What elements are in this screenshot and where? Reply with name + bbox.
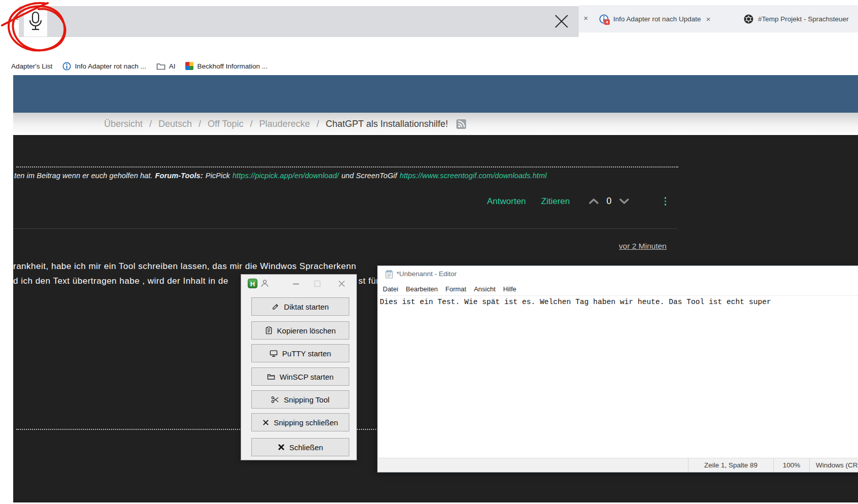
signature-text: ten im Beitrag wenn er euch geholfen hat… bbox=[14, 172, 153, 180]
maximize-icon[interactable] bbox=[313, 280, 321, 288]
microphone-button[interactable] bbox=[24, 7, 47, 37]
breadcrumb-separator: / bbox=[149, 119, 152, 129]
upvote-icon[interactable] bbox=[589, 198, 599, 204]
bookmarks-bar: Adapter's List Info Adapter rot nach ...… bbox=[11, 57, 268, 75]
rss-icon[interactable] bbox=[456, 119, 466, 129]
browser-tab-strip: × 4 Info Adapter rot nach Update × bbox=[579, 5, 858, 32]
dictation-overlay-bar bbox=[19, 6, 579, 37]
post-text-line2: d ich den Text übertragen habe , wird de… bbox=[13, 276, 228, 286]
notepad-editor[interactable]: Dies ist ein Test. Wie spät ist es. Welc… bbox=[378, 296, 858, 458]
diktat-starten-button[interactable]: Diktat starten bbox=[251, 297, 349, 316]
menu-datei[interactable]: Datei bbox=[383, 285, 398, 293]
signature-tools-label: Forum-Tools: bbox=[155, 172, 203, 180]
notepad-menubar: Datei Bearbeiten Format Ansicht Hilfe bbox=[378, 283, 858, 296]
snipping-schliessen-button[interactable]: Snipping schließen bbox=[251, 413, 349, 431]
menu-format[interactable]: Format bbox=[445, 285, 466, 293]
post-divider bbox=[13, 228, 677, 229]
quote-link[interactable]: Zitieren bbox=[541, 196, 570, 207]
minimize-icon[interactable] bbox=[292, 280, 300, 288]
notepad-icon bbox=[385, 270, 393, 279]
folder-icon bbox=[267, 373, 275, 380]
screentogif-link[interactable]: https://www.screentogif.com/downloads.ht… bbox=[400, 172, 547, 180]
kopieren-loeschen-button[interactable]: Kopieren löschen bbox=[251, 321, 349, 340]
tab-title: Info Adapter rot nach Update bbox=[613, 15, 701, 23]
notepad-window-title: *Unbenannt - Editor bbox=[397, 270, 457, 278]
post-timestamp-link[interactable]: vor 2 Minuten bbox=[619, 242, 667, 251]
post-text-line1: rankheit, habe ich mir ein Tool schreibe… bbox=[13, 261, 356, 272]
bookmark-folder-ai[interactable]: AI bbox=[156, 62, 176, 70]
hidden-tab-close-icon[interactable]: × bbox=[582, 14, 590, 22]
tab-close-icon[interactable]: × bbox=[706, 15, 711, 23]
bookmark-label: Adapter's List bbox=[11, 62, 52, 70]
menu-ansicht[interactable]: Ansicht bbox=[474, 285, 496, 293]
button-label: Schließen bbox=[289, 443, 323, 452]
breadcrumb-link-uebersicht[interactable]: Übersicht bbox=[104, 119, 143, 129]
post-options-icon[interactable] bbox=[665, 197, 667, 206]
signature-separator bbox=[16, 166, 678, 167]
breadcrumb-link-plauderecke[interactable]: Plauderecke bbox=[259, 119, 310, 129]
breadcrumb: Übersicht / Deutsch / Off Topic / Plaude… bbox=[104, 113, 466, 135]
close-icon[interactable] bbox=[553, 13, 570, 29]
putty-starten-button[interactable]: PuTTY starten bbox=[251, 344, 349, 362]
x-bold-icon bbox=[278, 444, 285, 451]
status-spacer bbox=[378, 458, 688, 472]
winscp-starten-button[interactable]: WinSCP starten bbox=[251, 367, 349, 386]
clipboard-icon bbox=[265, 326, 273, 334]
microphone-icon bbox=[28, 11, 43, 32]
status-cursor-position: Zeile 1, Spalte 89 bbox=[688, 458, 773, 472]
button-label: Snipping Tool bbox=[284, 395, 329, 404]
tool-window-titlebar[interactable]: H bbox=[241, 275, 356, 293]
button-label: Kopieren löschen bbox=[277, 326, 336, 335]
vote-widget: 0 bbox=[589, 196, 629, 207]
breadcrumb-separator: / bbox=[199, 119, 201, 129]
vote-score: 0 bbox=[606, 196, 611, 207]
signature-joiner: und ScreenToGif bbox=[341, 172, 397, 180]
breadcrumb-separator: / bbox=[250, 119, 252, 129]
bookmark-label: Info Adapter rot nach ... bbox=[75, 62, 146, 70]
bookmark-beckhoff[interactable]: Beckhoff Information ... bbox=[185, 62, 268, 70]
status-line-ending: Windows (CR bbox=[809, 458, 858, 472]
x-icon bbox=[262, 419, 269, 426]
button-label: Diktat starten bbox=[284, 303, 328, 311]
info-circle-icon bbox=[62, 62, 71, 71]
bookmark-info-adapter[interactable]: Info Adapter rot nach ... bbox=[62, 62, 146, 71]
info-adapter-favicon-icon: 4 bbox=[599, 14, 609, 24]
autohotkey-icon: H bbox=[248, 279, 257, 288]
back-chevron-icon[interactable]: < bbox=[12, 12, 19, 23]
post-signature: ten im Beitrag wenn er euch geholfen hat… bbox=[14, 172, 684, 180]
forum-banner bbox=[13, 75, 858, 113]
breadcrumb-link-offtopic[interactable]: Off Topic bbox=[208, 119, 243, 129]
notepad-statusbar: Zeile 1, Spalte 89 100% Windows (CR bbox=[378, 458, 858, 472]
tab-title: #Temp Projekt - Sprachsteuer bbox=[758, 15, 849, 23]
status-zoom-level: 100% bbox=[773, 458, 809, 472]
bookmark-label: AI bbox=[169, 62, 176, 70]
button-label: Snipping schließen bbox=[274, 418, 338, 427]
signature-tool1: PicPick bbox=[206, 172, 230, 180]
picpick-link[interactable]: https://picpick.app/en/download/ bbox=[233, 172, 339, 180]
openai-favicon-icon bbox=[744, 14, 753, 24]
beckhoff-logo-icon bbox=[185, 62, 193, 70]
snipping-tool-button[interactable]: Snipping Tool bbox=[251, 390, 349, 409]
tab-temp-projekt[interactable]: #Temp Projekt - Sprachsteuer bbox=[744, 5, 858, 32]
button-label: PuTTY starten bbox=[282, 349, 331, 358]
tab-info-adapter[interactable]: 4 Info Adapter rot nach Update × bbox=[599, 5, 756, 32]
monitor-icon bbox=[270, 350, 278, 357]
breadcrumb-current-topic: ChatGPT als Installationshilfe! bbox=[326, 119, 448, 129]
user-icon bbox=[260, 279, 269, 288]
breadcrumb-separator: / bbox=[317, 119, 319, 129]
reply-link[interactable]: Antworten bbox=[487, 196, 526, 207]
hotkey-tool-window: H Diktat starten bbox=[241, 274, 357, 460]
breadcrumb-link-deutsch[interactable]: Deutsch bbox=[158, 119, 192, 129]
post-action-row: Antworten Zitieren 0 bbox=[487, 196, 666, 207]
scissors-icon bbox=[271, 396, 279, 404]
notepad-titlebar[interactable]: *Unbenannt - Editor bbox=[378, 266, 858, 283]
menu-bearbeiten[interactable]: Bearbeiten bbox=[406, 285, 438, 293]
screen: < × 4 Info Adapt bbox=[0, 0, 858, 504]
downvote-icon[interactable] bbox=[619, 198, 629, 204]
bookmark-adapters-list[interactable]: Adapter's List bbox=[11, 62, 52, 70]
schliessen-button[interactable]: Schließen bbox=[251, 438, 349, 456]
bookmark-label: Beckhoff Information ... bbox=[197, 62, 268, 70]
menu-hilfe[interactable]: Hilfe bbox=[503, 285, 516, 293]
notepad-window: *Unbenannt - Editor Datei Bearbeiten For… bbox=[377, 265, 858, 473]
close-icon[interactable] bbox=[338, 280, 346, 288]
